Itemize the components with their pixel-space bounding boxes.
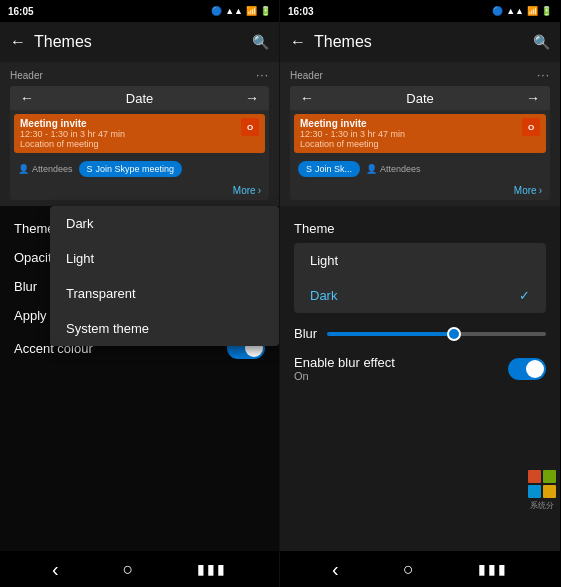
left-preview-actions: 👤 Attendees S Join Skype meeting xyxy=(10,157,269,183)
left-theme-dropdown: Dark Light Transparent System theme xyxy=(50,206,279,346)
watermark: 系统分 xyxy=(528,470,556,511)
right-skype-icon: S xyxy=(306,164,312,174)
right-preview-header: Header ··· xyxy=(290,68,550,82)
right-preview-nav: ← Date → xyxy=(290,86,550,110)
left-search-button[interactable]: 🔍 xyxy=(252,34,269,50)
left-skype-button[interactable]: S Join Skype meeting xyxy=(79,161,183,177)
right-back-button[interactable]: ← xyxy=(290,33,306,51)
left-dropdown-system[interactable]: System theme xyxy=(50,311,279,346)
right-event-time: 12:30 - 1:30 in 3 hr 47 min xyxy=(300,129,516,139)
right-slider-track xyxy=(327,332,546,336)
left-recents-nav[interactable]: ▮▮▮ xyxy=(185,557,239,581)
right-nav-prev[interactable]: ← xyxy=(300,90,314,106)
right-event-card: Meeting invite 12:30 - 1:30 in 3 hr 47 m… xyxy=(294,114,546,153)
right-panel: 16:03 🔵 ▲▲ 📶 🔋 ← Themes 🔍 Header ··· ← D… xyxy=(280,0,560,587)
left-dropdown-transparent[interactable]: Transparent xyxy=(50,276,279,311)
right-settings-area: Theme Light Dark ✓ Blur Enable blur xyxy=(280,206,560,551)
bluetooth-icon: 🔵 xyxy=(211,6,222,16)
left-more-dots[interactable]: ··· xyxy=(256,68,269,82)
left-nav-next[interactable]: → xyxy=(245,90,259,106)
right-enable-blur-label: Enable blur effect xyxy=(294,355,395,370)
right-top-bar: ← Themes 🔍 xyxy=(280,22,560,62)
left-blur-label: Blur xyxy=(14,279,37,294)
left-bottom-nav: ‹ ○ ▮▮▮ xyxy=(0,551,279,587)
left-status-bar: 16:05 🔵 ▲▲ 📶 🔋 xyxy=(0,0,279,22)
right-theme-row: Theme xyxy=(294,214,546,243)
right-event-title: Meeting invite xyxy=(300,118,516,129)
left-back-button[interactable]: ← xyxy=(10,33,26,51)
right-blur-label: Blur xyxy=(294,326,317,341)
left-top-bar: ← Themes 🔍 xyxy=(0,22,279,62)
right-check-icon: ✓ xyxy=(519,288,530,303)
left-event-title: Meeting invite xyxy=(20,118,235,129)
left-nav-title: Date xyxy=(126,91,153,106)
left-event-location: Location of meeting xyxy=(20,139,235,149)
right-back-nav[interactable]: ‹ xyxy=(320,554,351,585)
ms-yellow-square xyxy=(543,485,556,498)
right-enable-blur-row: Enable blur effect On xyxy=(294,348,546,389)
right-bluetooth-icon: 🔵 xyxy=(492,6,503,16)
right-nav-title: Date xyxy=(406,91,433,106)
left-event-text: Meeting invite 12:30 - 1:30 in 3 hr 47 m… xyxy=(20,118,235,149)
right-blur-row: Blur xyxy=(294,319,546,348)
right-wifi-icon: ▲▲ xyxy=(506,6,524,16)
left-preview-nav: ← Date → xyxy=(10,86,269,110)
right-page-title: Themes xyxy=(314,33,525,51)
left-home-nav[interactable]: ○ xyxy=(110,555,145,584)
person-icon: 👤 xyxy=(18,164,29,174)
watermark-text: 系统分 xyxy=(528,500,556,511)
right-slider-thumb xyxy=(447,327,461,341)
left-event-card: Meeting invite 12:30 - 1:30 in 3 hr 47 m… xyxy=(14,114,265,153)
right-enable-blur-sub: On xyxy=(294,370,395,382)
ms-logo xyxy=(528,470,556,498)
right-theme-label: Theme xyxy=(294,221,334,236)
left-preview-header: Header ··· xyxy=(10,68,269,82)
ms-green-square xyxy=(543,470,556,483)
right-blur-slider[interactable] xyxy=(327,332,546,336)
right-enable-blur-text: Enable blur effect On xyxy=(294,355,395,382)
right-dropdown-dark[interactable]: Dark ✓ xyxy=(294,278,546,313)
battery-icon: 🔋 xyxy=(260,6,271,16)
left-panel: 16:05 🔵 ▲▲ 📶 🔋 ← Themes 🔍 Header ··· ← D… xyxy=(0,0,280,587)
right-attendees: 👤 Attendees xyxy=(366,164,421,174)
right-preview-area: Header ··· ← Date → Meeting invite 12:30… xyxy=(280,62,560,206)
left-preview-card: ← Date → Meeting invite 12:30 - 1:30 in … xyxy=(10,86,269,200)
left-dropdown-light[interactable]: Light xyxy=(50,241,279,276)
right-search-button[interactable]: 🔍 xyxy=(533,34,550,50)
right-home-nav[interactable]: ○ xyxy=(391,555,426,584)
left-header-label: Header xyxy=(10,70,43,81)
right-more-link[interactable]: More › xyxy=(290,183,550,200)
left-settings-area: Theme Opacity Blur Apply blur ef... Acce… xyxy=(0,206,279,551)
left-office-icon: O xyxy=(241,118,259,136)
right-time: 16:03 xyxy=(288,6,314,17)
right-preview-card: ← Date → Meeting invite 12:30 - 1:30 in … xyxy=(290,86,550,200)
left-event-time: 12:30 - 1:30 in 3 hr 47 min xyxy=(20,129,235,139)
right-more-dots[interactable]: ··· xyxy=(537,68,550,82)
left-page-title: Themes xyxy=(34,33,244,51)
right-preview-actions: S Join Sk... 👤 Attendees xyxy=(290,157,550,183)
right-dropdown-light[interactable]: Light xyxy=(294,243,546,278)
ms-blue-square xyxy=(528,485,541,498)
right-recents-nav[interactable]: ▮▮▮ xyxy=(466,557,520,581)
right-status-icons: 🔵 ▲▲ 📶 🔋 xyxy=(492,6,552,16)
left-more-link[interactable]: More › xyxy=(10,183,269,200)
right-bottom-nav: ‹ ○ ▮▮▮ xyxy=(280,551,560,587)
left-attendees: 👤 Attendees xyxy=(18,164,73,174)
left-nav-prev[interactable]: ← xyxy=(20,90,34,106)
left-dropdown-dark[interactable]: Dark xyxy=(50,206,279,241)
right-header-label: Header xyxy=(290,70,323,81)
right-theme-dropdown: Light Dark ✓ xyxy=(294,243,546,313)
right-enable-blur-toggle[interactable] xyxy=(508,358,546,380)
right-event-location: Location of meeting xyxy=(300,139,516,149)
right-status-bar: 16:03 🔵 ▲▲ 📶 🔋 xyxy=(280,0,560,22)
wifi-icon: ▲▲ xyxy=(225,6,243,16)
right-signal-icon: 📶 xyxy=(527,6,538,16)
left-back-nav[interactable]: ‹ xyxy=(40,554,71,585)
right-office-icon: O xyxy=(522,118,540,136)
skype-icon: S xyxy=(87,164,93,174)
right-nav-next[interactable]: → xyxy=(526,90,540,106)
left-preview-area: Header ··· ← Date → Meeting invite 12:30… xyxy=(0,62,279,206)
right-skype-button[interactable]: S Join Sk... xyxy=(298,161,360,177)
right-person-icon: 👤 xyxy=(366,164,377,174)
signal-icon: 📶 xyxy=(246,6,257,16)
